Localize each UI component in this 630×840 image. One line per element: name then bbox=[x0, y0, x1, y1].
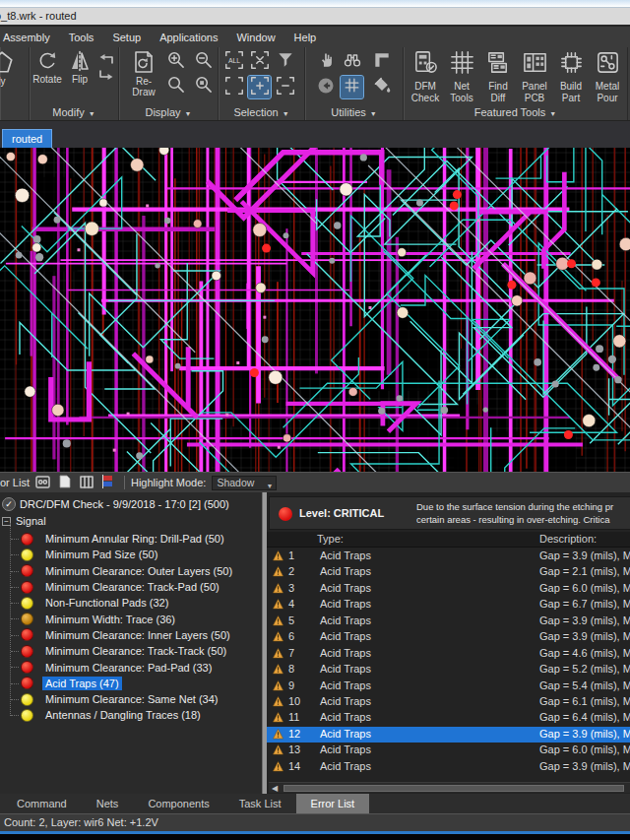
bottom-tab[interactable]: Task List bbox=[224, 794, 296, 813]
error-row[interactable]: 11 Acid Traps Gap = 6.4 (mils), Min bbox=[267, 710, 630, 726]
tab-routed[interactable]: routed bbox=[2, 129, 52, 148]
error-row[interactable]: 12 Acid Traps Gap = 3.9 (mils), Min bbox=[267, 727, 630, 743]
zoom-selection-button[interactable] bbox=[192, 75, 215, 97]
report-document-button[interactable] bbox=[57, 476, 73, 490]
menu-item[interactable]: Assembly bbox=[3, 32, 50, 43]
selection-filter-button[interactable] bbox=[274, 50, 296, 73]
check-icon: ✓ bbox=[2, 497, 16, 511]
window-title: o_t8.wrk - routed bbox=[0, 8, 77, 25]
poly-button[interactable]: ly bbox=[0, 49, 15, 87]
horizontal-scrollbar[interactable]: ◀ bbox=[269, 782, 630, 793]
error-description: Gap = 6.7 (mils), Min bbox=[539, 598, 630, 610]
description-column-header[interactable]: Description: bbox=[539, 533, 597, 545]
dfm-check-button[interactable]: DFM Check bbox=[408, 49, 443, 103]
group-featured-tools: DFM Check Net Tools Find Diff bbox=[404, 47, 628, 120]
select-window-button[interactable] bbox=[222, 76, 245, 98]
drc-check-node[interactable]: ✓ DRC/DFM Check - 9/9/2018 - 17:0 [2] (5… bbox=[2, 497, 229, 511]
select-remove-button[interactable] bbox=[274, 76, 296, 98]
flip-button[interactable]: Flip bbox=[66, 49, 94, 85]
undo-redo-buttons[interactable] bbox=[96, 51, 116, 85]
find-button[interactable] bbox=[341, 50, 363, 73]
net-tools-button[interactable]: Net Tools bbox=[444, 49, 479, 103]
error-category[interactable]: Minimum Clearance: Pad-Pad (33) bbox=[0, 659, 262, 675]
menu-item[interactable]: Tools bbox=[69, 32, 94, 43]
rotate-button[interactable]: Rotate bbox=[32, 49, 63, 85]
error-row[interactable]: 13 Acid Traps Gap = 6.0 (mils), Min bbox=[267, 743, 630, 758]
back-button[interactable] bbox=[314, 76, 337, 98]
bottom-tab[interactable]: Error List bbox=[296, 794, 370, 813]
error-description: Gap = 3.9 (mils), Min bbox=[539, 760, 630, 772]
measure-button[interactable] bbox=[370, 50, 393, 73]
error-description: Gap = 5.4 (mils), Min bbox=[539, 679, 630, 691]
error-category[interactable]: Minimum Clearance: Inner Layers (50) bbox=[0, 627, 262, 643]
error-category[interactable]: Minimum Clearance: Track-Pad (50) bbox=[0, 579, 262, 595]
bottom-tab[interactable]: Components bbox=[133, 794, 223, 813]
error-category[interactable]: Minimum Pad Size (50) bbox=[0, 547, 262, 562]
zoom-window-button[interactable] bbox=[164, 75, 187, 97]
error-row[interactable]: 6 Acid Traps Gap = 3.9 (mils), Min bbox=[267, 629, 630, 645]
build-part-button[interactable]: Build Part bbox=[553, 49, 589, 103]
utilities-group-dropdown[interactable]: Utilities▼ bbox=[305, 106, 403, 118]
bottom-tab[interactable]: Nets bbox=[82, 794, 134, 813]
type-column-header[interactable]: Type: bbox=[317, 533, 344, 545]
error-category[interactable]: Non-Functional Pads (32) bbox=[0, 595, 262, 611]
error-row[interactable]: 8 Acid Traps Gap = 5.2 (mils), Min bbox=[267, 662, 630, 678]
error-row[interactable]: 10 Acid Traps Gap = 6.1 (mils), Min bbox=[267, 694, 630, 710]
pour-button[interactable] bbox=[370, 76, 393, 98]
error-category[interactable]: Minimum Annular Ring: Drill-Pad (50) bbox=[0, 531, 262, 547]
hand-icon bbox=[316, 50, 335, 73]
menu-item[interactable]: Window bbox=[236, 32, 275, 43]
redraw-icon bbox=[132, 49, 156, 75]
flag-view-button[interactable] bbox=[100, 476, 116, 490]
modify-group-dropdown[interactable]: Modify▼ bbox=[30, 106, 118, 118]
find-diff-button[interactable]: Find Diff bbox=[480, 49, 516, 103]
error-row[interactable]: 7 Acid Traps Gap = 4.6 (mils), Min bbox=[267, 646, 630, 662]
error-number: 14 bbox=[288, 760, 300, 772]
highlight-mode-select[interactable]: Shadow ▼ bbox=[212, 476, 277, 490]
panel-pcb-button[interactable]: Panel PCB bbox=[517, 49, 552, 103]
chevron-down-icon: ▼ bbox=[370, 110, 377, 117]
redraw-button[interactable]: Re- Draw bbox=[127, 49, 160, 97]
menu-item[interactable]: Setup bbox=[112, 32, 141, 43]
scrollbar-thumb[interactable] bbox=[284, 785, 624, 792]
zoom-in-button[interactable] bbox=[164, 50, 187, 73]
error-row[interactable]: 9 Acid Traps Gap = 5.4 (mils), Min bbox=[267, 678, 630, 694]
select-all-button[interactable]: ALL bbox=[222, 50, 245, 73]
status-bar: Count: 2, Layer: wir6 Net: +1.2V bbox=[0, 813, 630, 831]
error-row[interactable]: 1 Acid Traps Gap = 3.9 (mils), Min bbox=[267, 549, 630, 564]
metal-pour-icon bbox=[595, 49, 621, 80]
selection-group-dropdown[interactable]: Selection▼ bbox=[219, 106, 304, 118]
error-row[interactable]: 5 Acid Traps Gap = 3.9 (mils), Min bbox=[267, 614, 630, 629]
pick-button[interactable] bbox=[314, 50, 337, 73]
menu-item[interactable]: Applications bbox=[159, 32, 218, 43]
error-row[interactable]: 3 Acid Traps Gap = 6.0 (mils), Min bbox=[267, 581, 630, 597]
severity-icon bbox=[21, 628, 33, 641]
error-row[interactable]: 2 Acid Traps Gap = 2.1 (mils), Min bbox=[267, 564, 630, 580]
error-row[interactable]: 4 Acid Traps Gap = 6.7 (mils), Min bbox=[267, 597, 630, 613]
build-part-icon bbox=[558, 49, 585, 80]
select-add-button[interactable] bbox=[248, 76, 271, 98]
signal-group-node[interactable]: − Signal bbox=[2, 515, 46, 527]
featured-tools-group-dropdown[interactable]: Featured Tools▼ bbox=[404, 106, 627, 118]
metal-pour-button[interactable]: Metal Pour bbox=[590, 49, 625, 103]
export-report-button[interactable] bbox=[35, 476, 51, 490]
display-group-dropdown[interactable]: Display▼ bbox=[119, 106, 218, 118]
error-category[interactable]: Acid Traps (47) bbox=[0, 676, 262, 691]
error-category[interactable]: Antennas / Dangling Traces (18) bbox=[0, 707, 262, 723]
scroll-left-arrow-icon[interactable]: ◀ bbox=[272, 783, 278, 794]
error-category[interactable]: Minimum Clearance: Same Net (34) bbox=[0, 691, 262, 707]
deselect-all-button[interactable] bbox=[248, 50, 271, 73]
table-view-button[interactable] bbox=[79, 476, 94, 490]
error-type: Acid Traps bbox=[320, 760, 371, 772]
menu-item[interactable]: Help bbox=[294, 32, 317, 43]
zoom-out-button[interactable] bbox=[192, 50, 215, 73]
error-category[interactable]: Minimum Clearance: Outer Layers (50) bbox=[0, 563, 262, 579]
error-number: 3 bbox=[288, 582, 294, 594]
error-category-label: Minimum Clearance: Same Net (34) bbox=[42, 692, 220, 706]
error-row[interactable]: 14 Acid Traps Gap = 3.9 (mils), Min bbox=[267, 759, 630, 775]
error-category[interactable]: Minimum Width: Trace (36) bbox=[0, 611, 262, 626]
grid-toggle-button[interactable] bbox=[341, 76, 363, 98]
error-category[interactable]: Minimum Clearance: Track-Track (50) bbox=[0, 643, 262, 659]
bottom-tab[interactable]: Command bbox=[2, 794, 82, 813]
pcb-canvas[interactable] bbox=[0, 148, 630, 472]
